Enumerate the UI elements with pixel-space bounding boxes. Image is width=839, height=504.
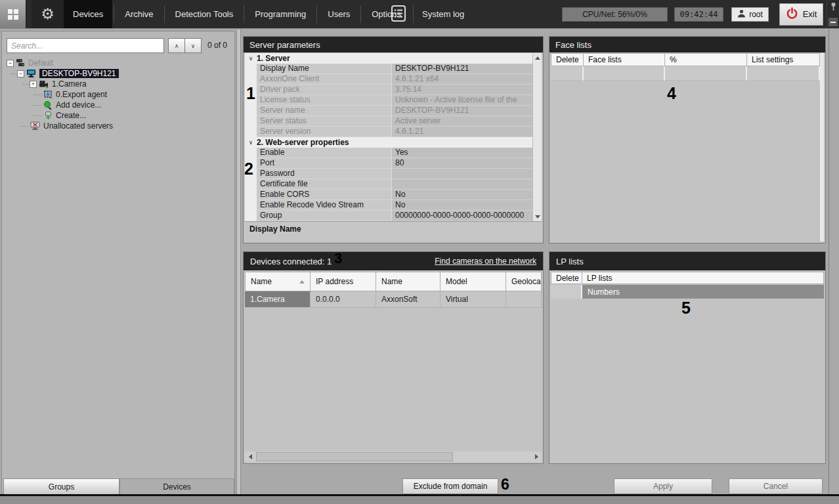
face-lists-table: Delete Face lists % List settings (551, 53, 820, 81)
property-value[interactable] (392, 179, 532, 190)
property-row[interactable]: AxxonOne Client 4.6.1.21 x64 (245, 74, 532, 85)
vertical-scrollbar[interactable] (532, 53, 542, 221)
property-value[interactable]: 00000000-0000-0000-0000-0000000 (392, 211, 532, 221)
cpu-net-indicator: CPU/Net: 56%/0% (562, 7, 668, 22)
property-row[interactable]: Server status Active server (245, 116, 532, 127)
tab-archive[interactable]: Archive (116, 0, 162, 28)
pin-icon[interactable] (830, 2, 836, 14)
tab-detection-tools[interactable]: Detection Tools (166, 0, 243, 28)
property-row[interactable]: Enable Recode Video Stream No (245, 200, 532, 211)
user-button[interactable]: root (731, 7, 769, 22)
tree-item-default-group[interactable]: − Default (2, 58, 234, 68)
property-value[interactable]: DESKTOP-BV9H121 (392, 64, 532, 74)
column-header-delete[interactable]: Delete (551, 272, 582, 284)
property-row[interactable]: Certificate file (245, 179, 532, 190)
property-value[interactable]: 80 (392, 158, 532, 169)
column-header-delete[interactable]: Delete (551, 53, 584, 66)
lp-lists-header: LP lists (549, 252, 825, 270)
property-row[interactable]: Server version 4.6.1.21 (245, 127, 532, 137)
section-web-server[interactable]: ∨ 2. Web-server properties (245, 137, 532, 148)
section-server[interactable]: ∨ 1. Server (245, 53, 532, 64)
search-prev-button[interactable]: ∧ (168, 38, 185, 53)
property-value: 3.75.14 (392, 85, 532, 95)
property-row[interactable]: Driver pack 3.75.14 (245, 85, 532, 95)
annotation-4: 4 (667, 84, 676, 103)
system-log-label: System log (422, 9, 464, 19)
column-header-vendor[interactable]: Name (376, 272, 441, 291)
layouts-button[interactable] (0, 0, 26, 28)
delete-cell[interactable] (551, 285, 582, 299)
sidebar-tab-devices[interactable]: Devices (119, 478, 234, 495)
property-row[interactable]: Display Name DESKTOP-BV9H121 (245, 64, 532, 74)
scroll-left-arrow[interactable] (245, 452, 255, 462)
property-row[interactable]: License status Unknown - Active license … (245, 95, 532, 106)
chevron-down-icon[interactable]: ∨ (245, 139, 257, 146)
collapse-panel-button[interactable] (828, 18, 838, 26)
exclude-from-domain-button[interactable]: Exclude from domain (402, 478, 498, 494)
system-log-button[interactable]: System log (391, 0, 464, 28)
collapse-box-icon[interactable]: − (17, 70, 24, 77)
column-header-name[interactable]: Name (245, 272, 311, 291)
scroll-up-arrow[interactable] (533, 53, 542, 62)
expand-box-icon[interactable]: + (30, 81, 37, 88)
column-header-model[interactable]: Model (441, 272, 506, 291)
column-header-face-lists[interactable]: Face lists (584, 53, 665, 66)
chevron-down-icon[interactable]: ∨ (245, 55, 257, 62)
tree-item-label: Create... (56, 111, 86, 120)
tree-item-create[interactable]: Create... (2, 110, 234, 121)
search-match-counter: 0 of 0 (201, 41, 234, 50)
column-header-percent[interactable]: % (665, 53, 747, 66)
panel-pin-strip (827, 0, 839, 28)
unallocated-server-icon (30, 121, 41, 131)
column-header-lp-lists[interactable]: LP lists (582, 272, 824, 284)
apply-button[interactable]: Apply (614, 478, 712, 494)
property-grid: ∨ 1. Server Display Name DESKTOP-BV9H121… (245, 53, 532, 221)
server-parameters-panel: Server parameters ∨ 1. Server Display Na… (243, 36, 544, 243)
scroll-right-arrow[interactable] (531, 452, 542, 462)
exit-button[interactable]: Exit (779, 3, 823, 26)
property-row[interactable]: Enable CORS No (245, 190, 532, 200)
tree-item-label: Default (28, 58, 53, 68)
device-row[interactable]: 1.Camera 0.0.0.0 AxxonSoft Virtual (245, 291, 542, 308)
property-value[interactable]: Yes (392, 148, 532, 158)
property-value: 4.6.1.21 x64 (392, 74, 532, 85)
cancel-button[interactable]: Cancel (729, 478, 823, 494)
lp-list-row[interactable]: Numbers (551, 285, 824, 299)
find-cameras-link[interactable]: Find cameras on the network (435, 257, 536, 266)
property-value[interactable]: No (392, 190, 532, 200)
sidebar-splitter[interactable] (236, 30, 241, 494)
column-header-geolocation[interactable]: Geoloca (506, 272, 542, 291)
collapse-box-icon[interactable]: − (7, 60, 14, 67)
scroll-down-arrow[interactable] (533, 212, 542, 221)
devices-table-header: Name IP address Name Model Geoloca (245, 272, 542, 291)
tree-item-unallocated-servers[interactable]: Unallocated servers (2, 121, 234, 131)
property-row[interactable]: Server name DESKTOP-BV9H121 (245, 106, 532, 116)
scrollbar-thumb[interactable] (256, 452, 453, 461)
tree-item-camera[interactable]: + 1.Camera (2, 79, 234, 89)
device-tree-sidebar: ∧ ∨ 0 of 0 − Default − DESKTOP-BV9H121 (1, 31, 235, 494)
tree-item-server[interactable]: − DESKTOP-BV9H121 (2, 68, 234, 79)
top-bar: ⚙ Devices Archive Detection Tools Progra… (0, 0, 839, 29)
tree-item-export-agent[interactable]: 0.Export agent (2, 89, 234, 100)
property-row[interactable]: Enable Yes (245, 148, 532, 158)
property-row[interactable]: Port 80 (245, 158, 532, 169)
tree-item-add-device[interactable]: Add device... (2, 100, 234, 110)
column-header-list-settings[interactable]: List settings (747, 53, 820, 66)
column-header-ip[interactable]: IP address (311, 272, 376, 291)
tab-devices[interactable]: Devices (64, 0, 112, 28)
property-value[interactable]: No (392, 200, 532, 211)
sidebar-tab-groups[interactable]: Groups (3, 478, 119, 495)
horizontal-scrollbar[interactable] (245, 452, 542, 462)
settings-gear-tab[interactable]: ⚙ (32, 0, 64, 28)
search-next-button[interactable]: ∨ (184, 38, 202, 53)
property-row[interactable]: Password (245, 169, 532, 179)
tab-users[interactable]: Users (318, 0, 359, 28)
annotation-6: 6 (501, 476, 509, 494)
property-row[interactable]: Group 00000000-0000-0000-0000-0000000 (245, 211, 532, 221)
vertical-scrollbar-track[interactable] (820, 53, 824, 242)
tab-programming[interactable]: Programming (246, 0, 315, 28)
face-lists-empty-row[interactable] (551, 66, 820, 81)
user-icon (737, 9, 746, 20)
property-value[interactable] (392, 169, 532, 179)
search-input[interactable] (7, 38, 164, 53)
